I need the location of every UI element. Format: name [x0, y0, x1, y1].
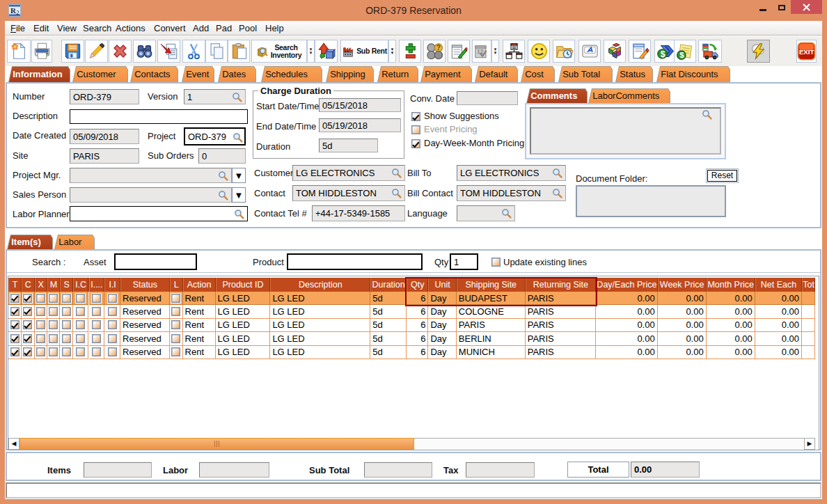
svg-text:$: $ [660, 49, 665, 59]
svg-text:?: ? [436, 44, 440, 52]
svg-text:EXIT: EXIT [799, 48, 814, 56]
svg-text:$: $ [679, 50, 684, 60]
